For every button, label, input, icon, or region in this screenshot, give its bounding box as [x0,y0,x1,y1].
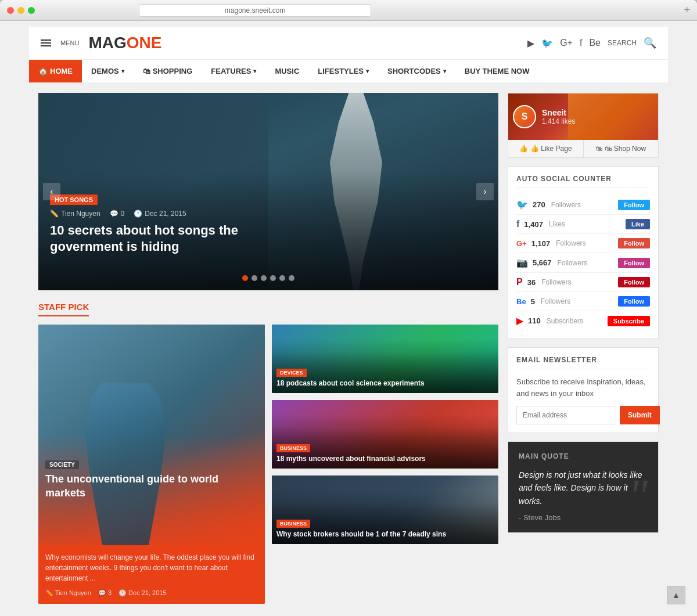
gplus-count: 1,107 [531,239,551,248]
staff-pick-main-card[interactable]: SOCIETY The unconventional guide to worl… [38,325,265,604]
pinterest-count: 36 [527,278,536,287]
nav-music[interactable]: MUSIC [265,60,308,82]
social-left-pinterest: P 36 Followers [516,277,572,287]
behance-unit: Followers [541,297,570,305]
social-row-gplus: G+ 1,107 Followers Follow [516,234,650,253]
slider-dot-5[interactable] [279,275,285,281]
search-label[interactable]: SEARCH [608,39,637,47]
fb-shop-icon: 🛍 [595,145,602,153]
email-input[interactable] [516,406,616,424]
newsletter-description: Subscribe to receive inspiration, ideas,… [516,376,650,399]
side-card-1[interactable]: BUSINESS 18 myths uncovered about financ… [272,400,498,469]
logo-mag: MAG [88,34,126,52]
fb-likes: 1,414 likes [542,117,575,125]
hero-meta: ✏️ Tien Nguyen 💬 0 🕐 Dec 21, 2015 [50,210,487,218]
side-card-1-content: BUSINESS 18 myths uncovered about financ… [276,442,494,464]
side-card-2-title: Why stock brokers should be 1 of the 7 d… [276,530,494,539]
new-tab-button[interactable]: + [684,4,690,16]
fb-shop-button[interactable]: 🛍 🛍 Shop Now [584,140,659,157]
facebook-like-button[interactable]: Like [626,219,650,229]
nav-music-label: MUSIC [275,67,299,75]
youtube-header-icon[interactable]: ▶ [527,38,534,49]
staff-pick-section: STAFF PICK [38,302,498,604]
fb-actions: 👍 👍 Like Page 🛍 🛍 Shop Now [508,140,658,157]
maximize-dot[interactable] [28,7,35,14]
nav-demos-label: DEMOS [91,67,119,75]
pinterest-icon: P [516,277,523,287]
side-card-2-content: BUSINESS Why stock brokers should be 1 o… [276,518,494,539]
slider-next-button[interactable]: › [476,183,494,200]
social-row-behance: Be 5 Followers Follow [516,292,650,311]
slider-dot-4[interactable] [270,275,276,281]
nav-shortcodes[interactable]: SHORTCODES ▾ [378,60,455,82]
main-nav: 🏠 HOME DEMOS ▾ 🛍 SHOPPING FEATURES ▾ [29,60,668,84]
nav-demos[interactable]: DEMOS ▾ [82,60,134,82]
shortcodes-dropdown-icon: ▾ [443,68,446,74]
behance-header-icon[interactable]: Be [589,38,601,48]
quote-mark-icon: " [628,473,648,519]
nav-features[interactable]: FEATURES ▾ [202,60,265,82]
gplus-header-icon[interactable]: G+ [560,38,573,48]
quote-title: MAIN QUOTE [519,452,648,460]
demos-dropdown-icon: ▾ [121,68,124,74]
nav-home[interactable]: 🏠 HOME [29,60,82,82]
social-left-behance: Be 5 Followers [516,297,570,306]
social-left-gplus: G+ 1,107 Followers [516,239,586,248]
back-to-top-button[interactable]: ▲ [667,586,685,604]
search-icon[interactable]: 🔍 [644,37,656,49]
hero-date: Dec 21, 2015 [145,210,186,218]
site-header: MENU MAGONE ▶ 🐦 G+ f Be SEARCH 🔍 [29,27,668,60]
behance-count: 5 [531,297,535,306]
side-card-0-content: DEVICES 18 podcasts about cool science e… [276,367,494,388]
social-counter-title: AUTO SOCIAL COUNTER [516,175,650,188]
side-card-0[interactable]: DEVICES 18 podcasts about cool science e… [272,325,498,393]
twitter-follow-button[interactable]: Follow [618,200,650,210]
staff-pick-grid: SOCIETY The unconventional guide to worl… [38,325,498,604]
url-bar[interactable]: magone.sneeit.com [139,4,371,17]
facebook-icon: f [516,219,519,229]
hero-gradient [38,93,498,290]
staff-pick-main-image: SOCIETY The unconventional guide to worl… [38,325,265,545]
logo-one: ONE [127,34,162,52]
social-row-facebook: f 1,407 Likes Like [516,215,650,234]
youtube-unit: Subscribers [547,317,583,325]
hero-comments-icon: 💬 0 [110,210,125,218]
browser-dots [7,7,35,14]
gplus-follow-button[interactable]: Follow [618,238,650,248]
site-logo[interactable]: MAGONE [88,34,161,52]
url-text: magone.sneeit.com [225,6,286,15]
main-card-meta: ✏️ Tien Nguyen 💬 3 🕐 Dec 21, 2015 [45,589,258,597]
behance-follow-button[interactable]: Follow [618,296,650,307]
slider-dot-6[interactable] [289,275,294,281]
main-content: HOT SONGS ✏️ Tien Nguyen 💬 0 🕐 Dec 21, 2… [38,93,498,616]
side-card-2[interactable]: BUSINESS Why stock brokers should be 1 o… [272,475,498,544]
quote-widget: MAIN QUOTE Design is not just what it lo… [508,441,659,533]
gplus-unit: Followers [556,239,585,247]
slider-dot-2[interactable] [252,275,257,281]
youtube-subscribe-button[interactable]: Subscribe [608,316,650,326]
nav-buy-theme[interactable]: BUY THEME NOW [455,60,539,82]
facebook-header-icon[interactable]: f [580,38,582,48]
nav-shopping[interactable]: 🛍 SHOPPING [134,60,202,82]
social-left-youtube: ▶ 110 Subscribers [516,315,583,326]
instagram-follow-button[interactable]: Follow [618,258,650,268]
pinterest-follow-button[interactable]: Follow [618,277,650,287]
main-card-excerpt: Why economists will change your life. Th… [45,552,258,583]
slider-dot-1[interactable] [242,275,248,281]
minimize-dot[interactable] [17,7,24,14]
quote-text: Design is not just what it looks like an… [519,469,648,507]
fb-widget-right-bg [568,93,658,140]
slider-dot-3[interactable] [261,275,267,281]
main-card-comments-icon: 💬 3 [98,589,112,597]
newsletter-title: EMAIL NEWSLETTER [516,356,650,369]
main-card-author-icon: ✏️ Tien Nguyen [45,589,91,597]
close-dot[interactable] [7,7,14,14]
pinterest-unit: Followers [541,278,571,286]
twitter-header-icon[interactable]: 🐦 [541,38,553,49]
newsletter-submit-button[interactable]: Submit [620,406,660,424]
slider-prev-button[interactable]: ‹ [43,183,60,200]
menu-icon[interactable] [41,39,51,46]
nav-lifestyles[interactable]: LIFESTYLES ▾ [308,60,378,82]
quote-text-content: Design is not just what it looks like an… [519,470,642,506]
fb-like-button[interactable]: 👍 👍 Like Page [508,140,584,157]
